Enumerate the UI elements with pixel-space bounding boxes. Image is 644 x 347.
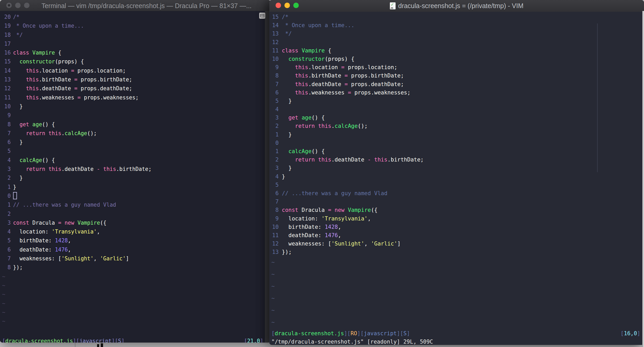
line-number: 5 <box>271 181 279 189</box>
status-segment: dracula-screenshot.js <box>5 338 73 343</box>
status-segment: S <box>118 338 121 343</box>
status-segment: 16,0 <box>624 330 637 337</box>
window-title: dracula-screenshot.js = (/private/tmp) -… <box>398 2 523 10</box>
vim-buffer[interactable]: 20/*19 * Once upon a time...18 */1716cla… <box>2 13 263 326</box>
macvim-content: 15/*14 * Once upon a time...13 */1211cla… <box>269 12 644 345</box>
code-line: 8}); <box>2 263 263 272</box>
line-number: 9 <box>2 111 11 120</box>
status-segment: ][ <box>73 338 80 343</box>
code-line: 9 this.location = props.location; <box>271 63 641 71</box>
code-line: 3 get age() { <box>271 113 641 122</box>
line-number: 6 <box>2 138 11 147</box>
tilde-row: ~ <box>2 299 263 308</box>
code-line: 11class Vampire { <box>271 46 641 55</box>
line-number: 8 <box>2 263 11 272</box>
code-line: 1 calcAge() { <box>271 147 641 155</box>
line-number: 11 <box>271 46 279 55</box>
line-number: 7 <box>271 198 279 206</box>
line-text: get age() { <box>13 121 55 128</box>
code-line: 20/* <box>2 13 263 21</box>
line-number: 14 <box>2 66 11 75</box>
code-line: 14 this.location = props.location; <box>2 66 263 75</box>
line-text: location: 'Transylvania', <box>13 229 100 235</box>
line-text: const Dracula = new Vampire({ <box>282 207 378 213</box>
code-line: 7 return this.calcAge(); <box>2 129 263 138</box>
code-line: 19 * Once upon a time... <box>2 21 263 30</box>
line-text: } <box>13 175 23 181</box>
tilde-row: ~ <box>271 280 641 292</box>
code-line: 13 */ <box>271 29 641 38</box>
line-text: class Vampire { <box>282 47 331 54</box>
traffic-lights <box>276 3 299 8</box>
minimize-button[interactable] <box>284 3 290 8</box>
code-line: 10 constructor(props) { <box>271 55 641 63</box>
code-line: 12 weaknesses: ['Sunlight', 'Garlic'] <box>271 240 641 248</box>
line-number: 2 <box>271 122 279 130</box>
code-line: 14 * Once upon a time... <box>271 21 641 29</box>
line-number: 1 <box>271 130 279 139</box>
close-button[interactable] <box>276 3 281 8</box>
document-proxy-icon[interactable]: ✓ JS <box>390 2 396 9</box>
code-line: 0 <box>271 139 641 147</box>
macvim-titlebar[interactable]: ✓ JS dracula-screenshot.js = (/private/t… <box>269 0 644 12</box>
status-segment: 21,0 <box>247 338 260 343</box>
code-line: 16class Vampire { <box>2 48 263 57</box>
line-text: location: 'Transylvania', <box>282 216 371 222</box>
line-text: } <box>282 131 292 138</box>
split-pane-button[interactable] <box>259 13 265 19</box>
terminal-titlebar[interactable]: Terminal — vim /tmp/dracula-screenshot.j… <box>0 0 271 11</box>
status-segment: [ <box>244 338 247 343</box>
line-text: this.location = props.location; <box>282 64 397 70</box>
line-text: } <box>13 139 23 145</box>
close-button[interactable] <box>6 3 12 8</box>
code-line: 2 <box>2 210 263 218</box>
code-line: 6// ...there was a guy named Vlad <box>271 189 641 198</box>
tilde-row: ~ <box>271 256 641 268</box>
zoom-button[interactable] <box>293 3 299 8</box>
line-text: } <box>13 103 23 110</box>
status-segment: javascript <box>79 338 111 343</box>
status-segment: ][ <box>344 330 350 337</box>
line-number: 5 <box>271 97 279 105</box>
line-number: 2 <box>271 155 279 164</box>
vim-buffer[interactable]: 15/*14 * Once upon a time...13 */1211cla… <box>271 13 641 328</box>
line-number: 15 <box>271 13 279 21</box>
line-number: 8 <box>271 71 279 80</box>
terminal-content: 20/*19 * Once upon a time...18 */1716cla… <box>0 11 271 343</box>
background-window-edge <box>75 343 75 347</box>
line-number: 4 <box>2 156 11 165</box>
line-text: weaknesses: ['Sunlight', 'Garlic'] <box>13 255 129 262</box>
line-text: // ...there was a guy named Vlad <box>282 190 387 196</box>
edited-dot-icon <box>8 4 10 7</box>
line-text: /* <box>13 14 20 20</box>
tilde-row: ~ <box>271 292 641 304</box>
line-number: 2 <box>2 210 11 218</box>
code-line: 4 calcAge() { <box>2 156 263 165</box>
line-text: } <box>282 165 292 171</box>
line-number: 8 <box>271 206 279 214</box>
code-line: 7 weaknesses: ['Sunlight', 'Garlic'] <box>2 254 263 263</box>
line-number: 19 <box>2 21 11 30</box>
code-line: 1 } <box>271 130 641 139</box>
line-number: 6 <box>271 189 279 198</box>
code-line: 6 this.weaknesses = props.weaknesses; <box>271 88 641 97</box>
line-text: return this.calcAge(); <box>13 130 97 136</box>
vim-statusline: [dracula-screenshot.js][javascript][S] <box>2 337 124 343</box>
code-line: 11 this.weaknesses = props.weaknesses; <box>2 93 263 102</box>
line-number: 10 <box>271 223 279 231</box>
code-line: 9 <box>2 111 263 120</box>
tilde-row: ~ <box>271 304 641 316</box>
line-number: 8 <box>2 120 11 129</box>
line-number: 4 <box>271 105 279 113</box>
line-number: 20 <box>2 13 11 21</box>
line-text: weaknesses: ['Sunlight', 'Garlic'] <box>282 241 401 247</box>
minimize-button[interactable] <box>15 3 21 8</box>
line-text: this.deathDate = props.deathDate; <box>282 81 404 87</box>
line-text: constructor(props) { <box>13 58 84 65</box>
status-segment: [ <box>271 330 275 337</box>
line-number: 15 <box>2 57 11 66</box>
line-text: this.birthDate = props.birthDate; <box>13 76 132 83</box>
code-line: 3 return this.deathDate - this.birthDate… <box>2 165 263 174</box>
background-partial-text <box>101 343 103 347</box>
line-text: return this.deathDate - this.birthDate; <box>282 157 424 163</box>
